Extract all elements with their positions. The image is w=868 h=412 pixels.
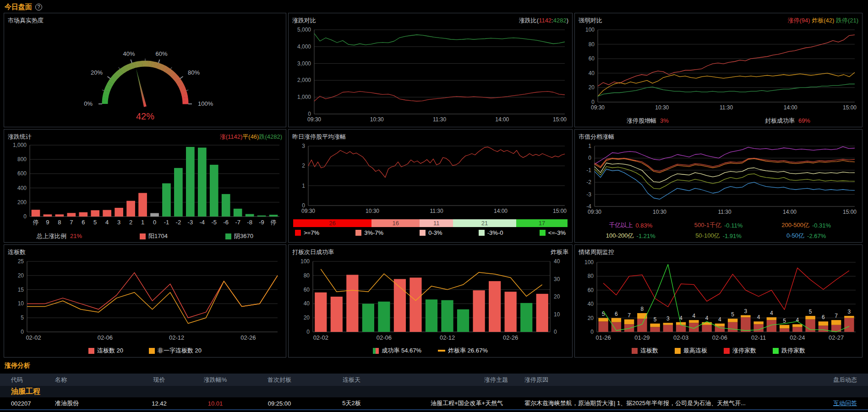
stock-code: 002207 (0, 400, 55, 407)
svg-text:-2: -2 (176, 219, 181, 226)
svg-text:60%: 60% (156, 50, 168, 57)
svg-text:60: 60 (304, 287, 310, 293)
column-header[interactable]: 名称 (55, 376, 133, 384)
svg-text:01-29: 01-29 (634, 334, 650, 341)
gain-legend-item[interactable]: -3%-0 (479, 229, 503, 236)
svg-text:20: 20 (304, 314, 310, 321)
emotion-cycle-chart[interactable]: 0204060801005678534444534454567301-2601-… (579, 257, 858, 343)
legend-lianban[interactable]: 连板数 20 (88, 347, 123, 355)
lianban-count-chart[interactable]: 051015202502-0202-0602-1202-26 (8, 257, 282, 343)
legend-limitdown-count[interactable]: 跌停家数 (773, 347, 805, 355)
non-yizi-swatch (149, 348, 155, 354)
gain-distribution-strip: 2616112117 (293, 219, 568, 227)
svg-text:3: 3 (666, 315, 670, 322)
legend-yang[interactable]: 阳1704 (140, 232, 168, 240)
svg-text:停: 停 (271, 219, 277, 226)
gain-legend-item[interactable]: 3%-7% (355, 229, 383, 236)
distribution-footer: 总上涨比例21% 阳1704 阴3670 (8, 230, 282, 242)
cap-legend-item[interactable]: 500-1千亿-0.11% (675, 221, 763, 229)
panel-updown-distribution: 涨跌统计 涨(1142)平(46)跌(4282) 02004006008001,… (4, 129, 286, 243)
svg-text:20: 20 (588, 315, 594, 321)
next-day-success-chart[interactable]: 02040608010001020304002-0202-0602-1202-2… (292, 257, 568, 343)
svg-text:15:00: 15:00 (553, 208, 567, 214)
svg-text:14:00: 14:00 (495, 116, 509, 123)
strength-legend: 涨停(94) 炸板(42) 跌停(21) (787, 16, 858, 25)
svg-text:40: 40 (588, 301, 594, 307)
cap-legend-item[interactable]: 0-50亿-2.67% (762, 232, 850, 240)
avg-gain-chart[interactable]: 012309:3010:3011:3014:0015:00 (292, 141, 568, 217)
panel-title-lianban: 连板数 (8, 248, 26, 256)
legend-limitup-count[interactable]: 涨停家数 (724, 347, 756, 355)
column-header[interactable]: 代码 (0, 376, 55, 384)
panel-cap-tier-gain: 市值分档涨幅 10-1-2-3-409:3010:3011:3014:0015:… (574, 129, 863, 243)
gain-legend-item[interactable]: >=7% (295, 229, 319, 236)
first-seal-time: 09:25:00 (245, 400, 314, 407)
column-header[interactable]: 涨停主题 (389, 376, 511, 384)
column-header[interactable]: 涨跌幅% (186, 376, 245, 384)
svg-text:0: 0 (554, 329, 557, 335)
svg-text:8: 8 (641, 306, 644, 312)
svg-text:0: 0 (23, 213, 27, 220)
legend-emotion-lianban[interactable]: 连板数 (632, 347, 658, 355)
svg-text:4: 4 (718, 316, 721, 323)
svg-text:-2: -2 (586, 179, 591, 185)
gain-legend-item[interactable]: 0-3% (420, 229, 442, 236)
svg-text:-5: -5 (211, 219, 217, 226)
legend-zhaban-rate[interactable]: 炸板率 26.67% (438, 347, 488, 355)
svg-text:3: 3 (744, 308, 748, 314)
panel-next-day-success: 打板次日成功率 炸板率 02040608010001020304002-0202… (288, 244, 573, 358)
legend-non-yizi[interactable]: 非一字连板数 20 (149, 347, 202, 355)
column-header[interactable]: 首次封板 (245, 376, 314, 384)
svg-text:10: 10 (554, 311, 560, 318)
strength-footer: 涨停股增幅3% 封板成功率69% (579, 115, 858, 127)
svg-text:100: 100 (584, 259, 594, 266)
svg-text:4: 4 (757, 314, 760, 320)
updown-compare-chart[interactable]: 01,0002,0003,0004,0005,00009:3010:3011:3… (292, 25, 568, 125)
gain-legend-swatch (355, 230, 361, 236)
legend-yin[interactable]: 阴3670 (225, 232, 253, 240)
page-header: 今日盘面 ? (0, 0, 868, 13)
column-header[interactable]: 涨停原因 (511, 376, 804, 384)
svg-text:100: 100 (585, 27, 595, 33)
cap-legend-item[interactable]: 100-200亿-1.21% (587, 232, 675, 240)
svg-text:4: 4 (693, 313, 696, 319)
gain-legend-item[interactable]: <=-3% (540, 229, 566, 236)
updown-distribution-chart[interactable]: 02004006008001,000停9876543210-1-2-3-4-5-… (8, 141, 282, 228)
svg-text:1,000: 1,000 (297, 94, 311, 100)
cap-tier-chart[interactable]: 10-1-2-3-409:3010:3011:3014:0015:00 (579, 141, 858, 217)
svg-text:-9: -9 (259, 219, 264, 226)
distribution-summary: 涨(1142)平(46)跌(4282) (220, 133, 282, 141)
table-group-row[interactable]: 油服工程 (0, 386, 868, 397)
svg-text:-1: -1 (586, 167, 591, 173)
after-hours-link[interactable]: 互动问答 (804, 399, 868, 407)
svg-text:80%: 80% (188, 69, 200, 76)
cap-legend-item[interactable]: 200-500亿-0.31% (762, 221, 850, 229)
help-icon[interactable]: ? (35, 4, 42, 11)
cap-tier-legend: 千亿以上0.83%500-1千亿-0.11%200-500亿-0.31%100-… (579, 219, 858, 240)
legend-success-rate[interactable]: 成功率 54.67% (373, 347, 421, 355)
svg-text:09:30: 09:30 (307, 116, 321, 123)
panel-title-market-heat: 市场真实热度 (8, 16, 44, 25)
table-row[interactable]: 002207准油股份12.4210.0109:25:005天2板油服工程+国企改… (0, 397, 868, 410)
column-header[interactable]: 现价 (133, 376, 186, 384)
gain-strip-segment: 17 (516, 219, 568, 227)
svg-text:6: 6 (822, 314, 825, 320)
gain-strip-legend: >=7%3%-7%0-3%-3%-0<=-3% (292, 227, 568, 238)
svg-text:09:30: 09:30 (588, 209, 601, 215)
column-header[interactable]: 盘后动态 (804, 376, 868, 384)
strength-compare-chart[interactable]: 02040608010009:3010:3011:3014:0015:00 (579, 25, 858, 113)
column-header[interactable]: 连板天 (314, 376, 389, 384)
max-lianban-swatch (675, 348, 681, 354)
cap-legend-item[interactable]: 千亿以上0.83% (587, 221, 675, 229)
svg-text:-3: -3 (586, 191, 591, 198)
market-heat-gauge[interactable]: 0%20%40%60%80%100%42% (8, 25, 282, 125)
svg-text:5: 5 (731, 311, 734, 318)
svg-text:7: 7 (835, 313, 838, 319)
table-header-row: 代码名称现价涨跌幅%首次封板连板天涨停主题涨停原因盘后动态 (0, 374, 868, 386)
cap-legend-item[interactable]: 50-100亿-1.91% (675, 232, 763, 240)
svg-text:8: 8 (58, 219, 61, 226)
panel-yesterday-limitup-gain: 昨日涨停股平均涨幅 012309:3010:3011:3014:0015:00 … (288, 129, 573, 243)
svg-text:14:00: 14:00 (783, 209, 797, 215)
panel-title-avg-gain: 昨日涨停股平均涨幅 (292, 133, 346, 141)
legend-max-lianban[interactable]: 最高连板 (675, 347, 707, 355)
